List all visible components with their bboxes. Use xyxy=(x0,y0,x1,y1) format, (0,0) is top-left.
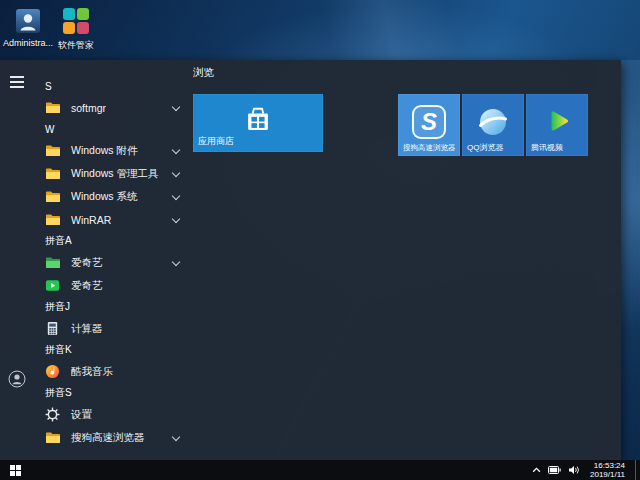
chevron-down-icon[interactable] xyxy=(172,258,180,266)
tile-label: 应用商店 xyxy=(198,135,234,148)
chevron-down-icon[interactable] xyxy=(172,192,180,200)
desktop-icon-label: 软件管家 xyxy=(49,40,103,50)
clock-date: 2019/1/11 xyxy=(590,470,625,479)
app-list-item[interactable]: WinRAR xyxy=(36,208,182,231)
app-list-section-header[interactable]: S xyxy=(36,76,182,96)
section-label: 拼音K xyxy=(45,343,72,357)
app-label: 酷我音乐 xyxy=(71,365,113,379)
calculator-icon xyxy=(44,320,61,337)
battery-icon[interactable] xyxy=(548,466,561,474)
app-label: 爱奇艺 xyxy=(71,279,103,293)
tile-qq[interactable]: QQ浏览器 xyxy=(462,94,524,156)
windows-logo-icon xyxy=(10,465,21,476)
screen: Administra... 软件管家 SsoftmgrWWindows 附件Wi… xyxy=(0,0,640,480)
folder-icon xyxy=(44,188,61,205)
section-label: S xyxy=(45,81,52,92)
app-list-item[interactable]: 酷我音乐 xyxy=(36,360,182,383)
tile-tencent[interactable]: 腾讯视频 xyxy=(526,94,588,156)
app-list-item[interactable]: softmgr xyxy=(36,96,182,119)
gear-icon xyxy=(44,406,61,423)
folder-icon xyxy=(44,99,61,116)
app-list-item[interactable]: Windows 管理工具 xyxy=(36,162,182,185)
tile-group-title[interactable]: 浏览 xyxy=(193,66,214,80)
folder-icon xyxy=(44,211,61,228)
tile-label: 腾讯视频 xyxy=(531,142,563,153)
app-list-section-header[interactable]: 拼音A xyxy=(36,231,182,251)
app-list-section-header[interactable]: 拼音S xyxy=(36,383,182,403)
desktop-icon-administrator[interactable]: Administra... xyxy=(1,6,55,48)
clock-time: 16:53:24 xyxy=(590,461,625,470)
taskbar-clock[interactable]: 16:53:24 2019/1/11 xyxy=(587,461,628,479)
app-list-item[interactable]: 爱奇艺 xyxy=(36,274,182,297)
chevron-down-icon[interactable] xyxy=(172,169,180,177)
tile-label: 搜狗高速浏览器 xyxy=(403,143,456,153)
tile-sogou[interactable]: S搜狗高速浏览器 xyxy=(398,94,460,156)
section-label: W xyxy=(45,124,54,135)
desktop-icon-software-manager[interactable]: 软件管家 xyxy=(49,6,103,50)
green-folder-icon xyxy=(44,254,61,271)
app-list-section-header[interactable]: 拼音J xyxy=(36,297,182,317)
chevron-down-icon[interactable] xyxy=(172,215,180,223)
system-tray: 16:53:24 2019/1/11 xyxy=(532,460,640,480)
show-desktop-button[interactable] xyxy=(635,460,640,480)
app-list-item[interactable]: 设置 xyxy=(36,403,182,426)
section-label: 拼音A xyxy=(45,234,72,248)
app-label: 设置 xyxy=(71,408,92,422)
software-manager-icon xyxy=(61,8,91,38)
app-list-item[interactable]: 爱奇艺 xyxy=(36,251,182,274)
hamburger-menu-button[interactable] xyxy=(10,76,24,91)
user-icon xyxy=(8,370,26,388)
qq-browser-icon xyxy=(476,105,510,139)
app-list-section-header[interactable]: 拼音K xyxy=(36,340,182,360)
app-label: 搜狗高速浏览器 xyxy=(71,431,145,445)
app-list: SsoftmgrWWindows 附件Windows 管理工具Windows 系… xyxy=(36,76,182,449)
store-icon xyxy=(242,106,274,135)
iqiyi-icon xyxy=(44,277,61,294)
start-button[interactable] xyxy=(0,460,30,480)
user-avatar-button[interactable] xyxy=(8,370,26,388)
app-list-section-header[interactable]: W xyxy=(36,119,182,139)
app-label: Windows 附件 xyxy=(71,144,138,158)
chevron-down-icon[interactable] xyxy=(172,146,180,154)
app-list-item[interactable]: 计算器 xyxy=(36,317,182,340)
volume-icon[interactable] xyxy=(568,465,580,475)
taskbar: 16:53:24 2019/1/11 xyxy=(0,460,640,480)
chevron-down-icon[interactable] xyxy=(172,103,180,111)
tencent-video-icon xyxy=(541,106,573,138)
section-label: 拼音J xyxy=(45,300,70,314)
hidden-icons-chevron-icon[interactable] xyxy=(532,467,541,473)
administrator-icon xyxy=(13,6,43,36)
app-list-item[interactable]: Windows 系统 xyxy=(36,185,182,208)
kuwo-icon xyxy=(44,363,61,380)
app-label: Windows 管理工具 xyxy=(71,167,159,181)
tile-store[interactable]: 应用商店 xyxy=(193,94,323,152)
app-label: Windows 系统 xyxy=(71,190,138,204)
tile-label: QQ浏览器 xyxy=(467,142,503,153)
chevron-down-icon[interactable] xyxy=(172,433,180,441)
app-label: WinRAR xyxy=(71,214,111,226)
section-label: 拼音S xyxy=(45,386,72,400)
app-list-item[interactable]: 搜狗高速浏览器 xyxy=(36,426,182,449)
app-label: softmgr xyxy=(71,102,106,114)
start-menu-rail xyxy=(0,60,34,460)
folder-icon xyxy=(44,165,61,182)
sogou-browser-icon: S xyxy=(412,105,446,139)
desktop-icon-label: Administra... xyxy=(1,38,55,48)
start-menu: SsoftmgrWWindows 附件Windows 管理工具Windows 系… xyxy=(0,60,621,460)
app-label: 计算器 xyxy=(71,322,103,336)
app-label: 爱奇艺 xyxy=(71,256,103,270)
wallpaper-light-beam xyxy=(240,0,540,60)
folder-icon xyxy=(44,142,61,159)
folder-icon xyxy=(44,429,61,446)
app-list-item[interactable]: Windows 附件 xyxy=(36,139,182,162)
